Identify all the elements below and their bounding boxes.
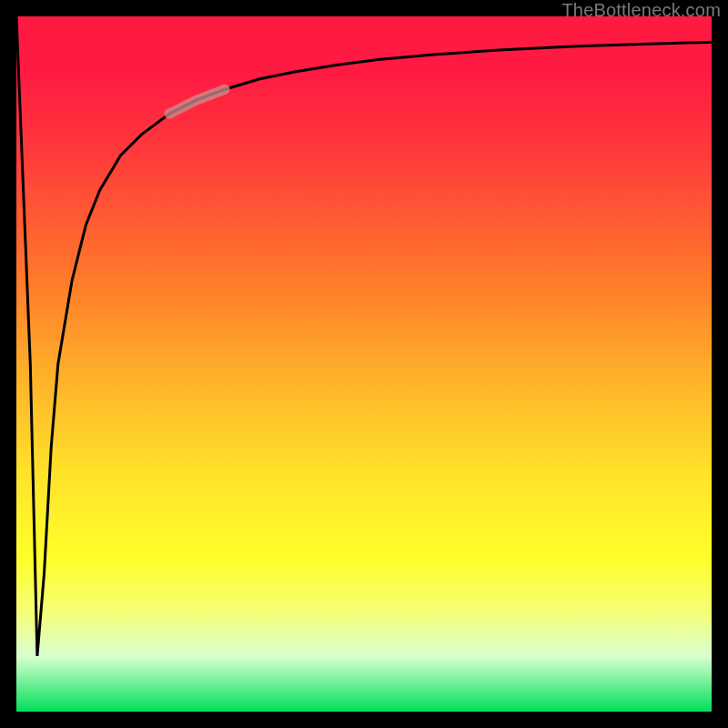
chart-stage: TheBottleneck.com bbox=[0, 0, 728, 728]
plot-area bbox=[16, 16, 712, 712]
curve-highlight bbox=[169, 89, 225, 114]
curve-svg bbox=[16, 16, 712, 712]
bottleneck-curve bbox=[16, 16, 712, 656]
attribution-text: TheBottleneck.com bbox=[561, 0, 721, 21]
